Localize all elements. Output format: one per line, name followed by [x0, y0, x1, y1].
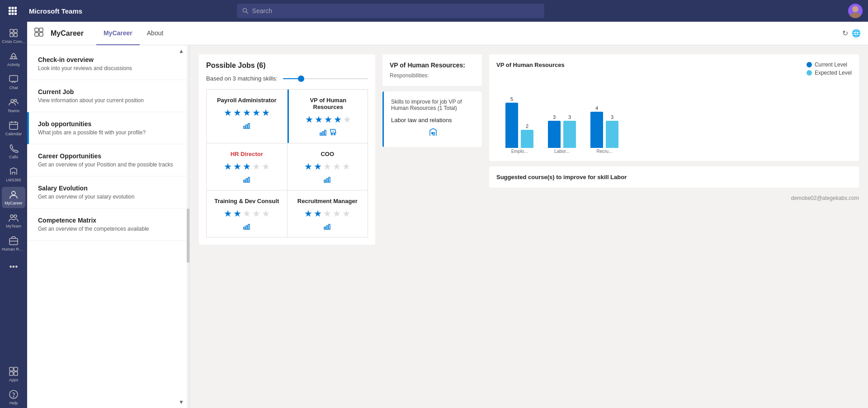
left-panel-scrollbar[interactable]: [187, 45, 189, 408]
bar-val-current-labor: 3: [553, 114, 556, 120]
skill-item-labor[interactable]: Labor law and relations: [391, 117, 475, 123]
sidebar-item-lms365[interactable]: LMS365: [2, 164, 25, 185]
job-card-vphr[interactable]: VP of Human Resources ★ ★ ★ ★ ★: [288, 90, 368, 143]
svg-rect-49: [244, 227, 245, 229]
svg-rect-16: [14, 33, 17, 37]
app-header-tabs: MyCareer About: [96, 22, 170, 45]
nav-item-careeropportunities[interactable]: Career Opportunities Get an overview of …: [27, 144, 189, 176]
refresh-icon[interactable]: ↻: [842, 29, 848, 38]
svg-rect-20: [9, 122, 18, 129]
svg-point-11: [852, 6, 859, 12]
sidebar-item-humanres[interactable]: Human Res...: [2, 233, 25, 254]
star-2: ★: [315, 114, 323, 125]
sidebar-item-calls[interactable]: Calls: [2, 141, 25, 162]
search-bar[interactable]: [237, 4, 544, 18]
sidebar-item-chat[interactable]: Chat: [2, 71, 25, 93]
matching-bar: Based on 3 matching skills:: [206, 75, 368, 82]
skills-slider[interactable]: [283, 78, 368, 79]
sidebar-item-mycareer[interactable]: MyCareer: [2, 187, 25, 208]
bar-current-recruitment: 4: [590, 105, 603, 148]
star-2: ★: [233, 107, 241, 118]
svg-rect-13: [10, 29, 13, 33]
waffle-icon[interactable]: [5, 7, 20, 15]
stars-coo: ★ ★ ★ ★ ★: [304, 161, 350, 172]
svg-point-12: [850, 13, 861, 18]
nav-item-jobopportunities-content: Job opportunities What jobs are a possib…: [38, 120, 179, 136]
slider-track: [283, 78, 368, 79]
nav-item-competencematrix-subtitle: Get an overview of the competences avail…: [38, 226, 179, 232]
job-title-coo: COO: [321, 151, 334, 157]
sidebar-item-help[interactable]: Help: [2, 387, 25, 408]
bar-pair-labor: 3 3: [548, 114, 576, 148]
svg-rect-48: [329, 177, 330, 182]
footer-email: demobe02@ategekabs.com: [489, 193, 859, 203]
sidebar-item-teams-label: Teams: [2, 109, 25, 113]
star-4: ★: [252, 208, 260, 219]
search-input[interactable]: [252, 7, 539, 14]
nav-item-jobopportunities[interactable]: Job opportunities What jobs are a possib…: [27, 112, 189, 144]
sidebar-item-lms365-label: LMS365: [2, 178, 25, 182]
job-card-recruitment[interactable]: Recruitment Manager ★ ★ ★ ★ ★: [288, 190, 368, 237]
sidebar-item-humanres-label: Human Res...: [2, 247, 25, 251]
vp-responsibilities-label: Responsibilities:: [390, 72, 475, 79]
svg-rect-54: [329, 224, 330, 229]
stars-training: ★ ★ ★ ★ ★: [224, 208, 270, 219]
svg-rect-8: [14, 13, 17, 15]
sidebar-item-calendar-label: Calendar: [2, 132, 25, 136]
svg-point-18: [11, 100, 14, 102]
app-header-icon: [34, 28, 43, 39]
job-title-hrdirector: HR Director: [231, 151, 263, 157]
star-3: ★: [324, 114, 332, 125]
legend-expected: Expected Level: [807, 70, 852, 76]
star-1: ★: [224, 107, 232, 118]
chart-container: VP of Human Resources Current Level Expe…: [489, 54, 859, 161]
sidebar-item-more[interactable]: •••: [2, 260, 25, 275]
nav-item-currentjob[interactable]: Current Job View information about your …: [27, 80, 189, 112]
svg-rect-36: [246, 125, 247, 128]
svg-point-30: [13, 396, 14, 397]
sidebar-item-teams[interactable]: Teams: [2, 95, 25, 116]
sidebar-item-calendar[interactable]: Calendar: [2, 118, 25, 139]
globe-icon[interactable]: 🌐: [852, 29, 861, 38]
star-3: ★: [323, 208, 331, 219]
nav-item-checkin[interactable]: Check-in overview Look into your reviews…: [27, 45, 189, 80]
svg-rect-39: [322, 132, 324, 135]
bar-val-current-employment: 5: [510, 96, 513, 102]
tab-about[interactable]: About: [140, 22, 171, 45]
app-name: Microsoft Teams: [29, 7, 82, 15]
nav-item-competencematrix[interactable]: Competence Matrix Get an overview of the…: [27, 209, 189, 241]
job-card-coo[interactable]: COO ★ ★ ★ ★ ★: [288, 143, 368, 190]
bar-val-expected-recruitment: 3: [611, 114, 613, 120]
skills-list: Labor law and relations: [391, 117, 475, 140]
job-card-payroll[interactable]: Payroll Administrator ★ ★ ★ ★ ★: [207, 90, 287, 143]
tab-mycareer[interactable]: MyCareer: [96, 22, 140, 45]
nav-item-careeropportunities-subtitle: Get an overview of your Position and the…: [38, 161, 179, 168]
slider-thumb: [298, 76, 304, 82]
svg-rect-34: [39, 33, 43, 36]
nav-item-salaryevolution[interactable]: Salary Evolution Get an overview of your…: [27, 176, 189, 209]
chart-group-labor: 3 3 Labor...: [548, 114, 576, 154]
svg-point-21: [12, 191, 15, 195]
sidebar-item-myteam[interactable]: MyTeam: [2, 210, 25, 231]
jobs-section: Possible Jobs (6) Based on 3 matching sk…: [199, 54, 375, 245]
vp-details-panel: VP of Human Resources: Responsibilities:…: [382, 54, 482, 147]
chart-legend: Current Level Expected Level: [807, 62, 852, 76]
sidebar-item-myteam-label: MyTeam: [2, 224, 25, 228]
sidebar-item-apps[interactable]: Apps: [2, 364, 25, 385]
content-area: ▲ Check-in overview Look into your revie…: [27, 45, 868, 408]
sidebar-item-activity[interactable]: Activity: [2, 48, 25, 70]
svg-rect-38: [320, 133, 321, 135]
courses-title: Suggested course(s) to improve for skill…: [496, 174, 852, 180]
courses-section: Suggested course(s) to improve for skill…: [489, 166, 859, 188]
sidebar-item-crisis[interactable]: Crisis Com...: [2, 25, 25, 47]
avatar[interactable]: [848, 4, 863, 18]
job-card-training[interactable]: Training & Dev Consult ★ ★ ★ ★ ★: [207, 190, 287, 237]
scroll-down-arrow[interactable]: ▼: [179, 399, 184, 405]
sidebar-item-help-label: Help: [2, 401, 25, 405]
job-card-hrdirector[interactable]: HR Director ★ ★ ★ ★ ★: [207, 143, 287, 190]
vp-responsibilities: VP of Human Resources: Responsibilities:: [382, 54, 482, 86]
main-area: MyCareer MyCareer About ↻ 🌐 ▲ Check-in o…: [27, 22, 868, 408]
bar-expected-employment: 2: [521, 123, 533, 148]
nav-item-checkin-content: Check-in overview Look into your reviews…: [38, 56, 179, 71]
right-content: Possible Jobs (6) Based on 3 matching sk…: [190, 45, 868, 408]
